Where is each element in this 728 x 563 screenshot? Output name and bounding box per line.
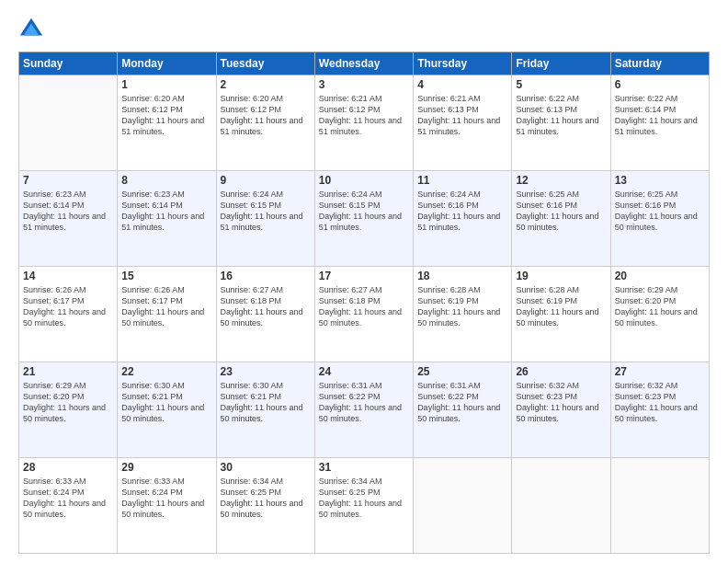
calendar-cell: 31Sunrise: 6:34 AMSunset: 6:25 PMDayligh… (314, 458, 413, 554)
calendar-cell (414, 458, 512, 554)
day-number: 5 (516, 78, 606, 91)
calendar-week-row: 1Sunrise: 6:20 AMSunset: 6:12 PMDaylight… (19, 75, 710, 171)
day-number: 23 (221, 365, 311, 378)
day-number: 15 (121, 270, 211, 282)
calendar-cell: 25Sunrise: 6:31 AMSunset: 6:22 PMDayligh… (414, 362, 512, 458)
day-info: Sunrise: 6:31 AMSunset: 6:22 PMDaylight:… (417, 380, 507, 425)
day-info: Sunrise: 6:27 AMSunset: 6:18 PMDaylight:… (221, 284, 311, 329)
day-number: 29 (121, 461, 211, 474)
day-info: Sunrise: 6:34 AMSunset: 6:25 PMDaylight:… (221, 476, 311, 521)
day-number: 22 (121, 365, 211, 378)
day-number: 30 (221, 461, 311, 474)
calendar-cell: 2Sunrise: 6:20 AMSunset: 6:12 PMDaylight… (216, 75, 314, 171)
calendar-cell: 13Sunrise: 6:25 AMSunset: 6:16 PMDayligh… (610, 171, 709, 267)
logo-icon (18, 17, 44, 42)
day-info: Sunrise: 6:34 AMSunset: 6:25 PMDaylight:… (319, 476, 409, 521)
weekday-header: Monday (118, 52, 216, 75)
day-number: 26 (516, 365, 606, 378)
day-info: Sunrise: 6:24 AMSunset: 6:15 PMDaylight:… (221, 189, 311, 234)
day-number: 1 (121, 78, 211, 91)
calendar-cell: 19Sunrise: 6:28 AMSunset: 6:19 PMDayligh… (512, 267, 610, 362)
day-number: 8 (121, 174, 211, 187)
day-info: Sunrise: 6:33 AMSunset: 6:24 PMDaylight:… (121, 476, 211, 521)
calendar-cell: 8Sunrise: 6:23 AMSunset: 6:14 PMDaylight… (118, 171, 216, 267)
calendar-cell: 15Sunrise: 6:26 AMSunset: 6:17 PMDayligh… (118, 267, 216, 362)
day-number: 16 (221, 270, 311, 282)
day-number: 18 (417, 270, 507, 282)
calendar-cell: 24Sunrise: 6:31 AMSunset: 6:22 PMDayligh… (314, 362, 413, 458)
day-info: Sunrise: 6:30 AMSunset: 6:21 PMDaylight:… (221, 380, 311, 425)
logo (18, 17, 48, 42)
calendar-cell: 28Sunrise: 6:33 AMSunset: 6:24 PMDayligh… (19, 458, 118, 554)
weekday-header: Thursday (414, 52, 512, 75)
calendar-cell: 5Sunrise: 6:22 AMSunset: 6:13 PMDaylight… (512, 75, 610, 171)
calendar-cell: 30Sunrise: 6:34 AMSunset: 6:25 PMDayligh… (216, 458, 314, 554)
calendar-cell: 6Sunrise: 6:22 AMSunset: 6:14 PMDaylight… (610, 75, 709, 171)
day-number: 27 (615, 365, 705, 378)
calendar-cell: 1Sunrise: 6:20 AMSunset: 6:12 PMDaylight… (118, 75, 216, 171)
day-info: Sunrise: 6:24 AMSunset: 6:16 PMDaylight:… (417, 189, 507, 234)
day-number: 14 (23, 270, 113, 282)
day-info: Sunrise: 6:31 AMSunset: 6:22 PMDaylight:… (319, 380, 409, 425)
page: SundayMondayTuesdayWednesdayThursdayFrid… (0, 0, 728, 563)
calendar-cell: 17Sunrise: 6:27 AMSunset: 6:18 PMDayligh… (314, 267, 413, 362)
day-number: 4 (417, 78, 507, 91)
day-number: 31 (319, 461, 409, 474)
calendar-cell: 9Sunrise: 6:24 AMSunset: 6:15 PMDaylight… (216, 171, 314, 267)
day-number: 11 (417, 174, 507, 187)
calendar-cell: 14Sunrise: 6:26 AMSunset: 6:17 PMDayligh… (19, 267, 118, 362)
calendar-week-row: 14Sunrise: 6:26 AMSunset: 6:17 PMDayligh… (19, 267, 710, 362)
calendar-week-row: 7Sunrise: 6:23 AMSunset: 6:14 PMDaylight… (19, 171, 710, 267)
day-info: Sunrise: 6:27 AMSunset: 6:18 PMDaylight:… (319, 284, 409, 329)
day-number: 7 (23, 174, 113, 187)
day-info: Sunrise: 6:33 AMSunset: 6:24 PMDaylight:… (23, 476, 113, 521)
calendar-week-row: 28Sunrise: 6:33 AMSunset: 6:24 PMDayligh… (19, 458, 710, 554)
day-number: 17 (319, 270, 409, 282)
day-info: Sunrise: 6:23 AMSunset: 6:14 PMDaylight:… (121, 189, 211, 234)
day-number: 9 (221, 174, 311, 187)
calendar-cell (610, 458, 709, 554)
day-info: Sunrise: 6:32 AMSunset: 6:23 PMDaylight:… (615, 380, 705, 425)
day-number: 25 (417, 365, 507, 378)
calendar-cell: 3Sunrise: 6:21 AMSunset: 6:12 PMDaylight… (314, 75, 413, 171)
day-info: Sunrise: 6:29 AMSunset: 6:20 PMDaylight:… (23, 380, 113, 425)
day-info: Sunrise: 6:26 AMSunset: 6:17 PMDaylight:… (121, 284, 211, 329)
calendar-cell: 29Sunrise: 6:33 AMSunset: 6:24 PMDayligh… (118, 458, 216, 554)
day-info: Sunrise: 6:24 AMSunset: 6:15 PMDaylight:… (319, 189, 409, 234)
calendar-cell (19, 75, 118, 171)
calendar-table: SundayMondayTuesdayWednesdayThursdayFrid… (18, 52, 710, 554)
day-info: Sunrise: 6:22 AMSunset: 6:13 PMDaylight:… (516, 93, 606, 138)
day-info: Sunrise: 6:32 AMSunset: 6:23 PMDaylight:… (516, 380, 606, 425)
calendar-week-row: 21Sunrise: 6:29 AMSunset: 6:20 PMDayligh… (19, 362, 710, 458)
weekday-header: Friday (512, 52, 610, 75)
calendar-header-row: SundayMondayTuesdayWednesdayThursdayFrid… (19, 52, 710, 75)
day-info: Sunrise: 6:30 AMSunset: 6:21 PMDaylight:… (121, 380, 211, 425)
day-number: 10 (319, 174, 409, 187)
day-number: 2 (221, 78, 311, 91)
day-info: Sunrise: 6:25 AMSunset: 6:16 PMDaylight:… (516, 189, 606, 234)
calendar-cell: 22Sunrise: 6:30 AMSunset: 6:21 PMDayligh… (118, 362, 216, 458)
weekday-header: Sunday (19, 52, 118, 75)
day-number: 24 (319, 365, 409, 378)
day-info: Sunrise: 6:23 AMSunset: 6:14 PMDaylight:… (23, 189, 113, 234)
day-info: Sunrise: 6:28 AMSunset: 6:19 PMDaylight:… (516, 284, 606, 329)
day-info: Sunrise: 6:21 AMSunset: 6:13 PMDaylight:… (417, 93, 507, 138)
day-info: Sunrise: 6:28 AMSunset: 6:19 PMDaylight:… (417, 284, 507, 329)
day-info: Sunrise: 6:20 AMSunset: 6:12 PMDaylight:… (221, 93, 311, 138)
day-info: Sunrise: 6:21 AMSunset: 6:12 PMDaylight:… (319, 93, 409, 138)
header (18, 17, 710, 42)
day-number: 20 (615, 270, 705, 282)
day-number: 13 (615, 174, 705, 187)
day-info: Sunrise: 6:20 AMSunset: 6:12 PMDaylight:… (121, 93, 211, 138)
calendar-cell: 4Sunrise: 6:21 AMSunset: 6:13 PMDaylight… (414, 75, 512, 171)
day-number: 12 (516, 174, 606, 187)
day-info: Sunrise: 6:22 AMSunset: 6:14 PMDaylight:… (615, 93, 705, 138)
calendar-cell: 12Sunrise: 6:25 AMSunset: 6:16 PMDayligh… (512, 171, 610, 267)
calendar-cell: 26Sunrise: 6:32 AMSunset: 6:23 PMDayligh… (512, 362, 610, 458)
weekday-header: Tuesday (216, 52, 314, 75)
calendar-cell: 20Sunrise: 6:29 AMSunset: 6:20 PMDayligh… (610, 267, 709, 362)
day-number: 28 (23, 461, 113, 474)
calendar-cell: 7Sunrise: 6:23 AMSunset: 6:14 PMDaylight… (19, 171, 118, 267)
day-number: 19 (516, 270, 606, 282)
day-info: Sunrise: 6:25 AMSunset: 6:16 PMDaylight:… (615, 189, 705, 234)
